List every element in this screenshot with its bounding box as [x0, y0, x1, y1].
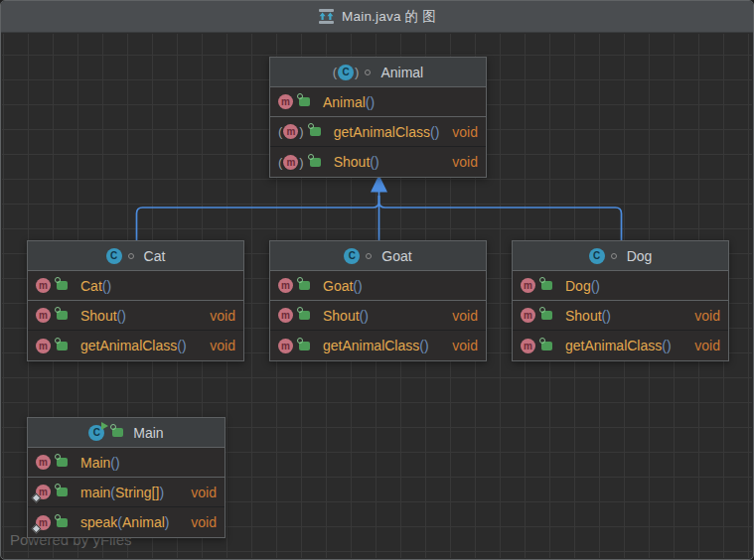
member-row[interactable]: m Shout() void: [270, 301, 486, 331]
diagram-window: Main.java 的 图 Powered by yFiles C Animal…: [0, 0, 754, 560]
public-visibility-icon: [299, 281, 310, 290]
member-signature: Goat(): [323, 278, 363, 294]
member-signature: Shout(): [334, 154, 379, 170]
member-row[interactable]: m Animal(): [270, 87, 486, 117]
static-method-icon: m: [36, 515, 51, 530]
public-visibility-icon: [112, 428, 123, 437]
class-name: Goat: [377, 248, 411, 264]
member-signature: Shout(): [565, 308, 611, 324]
class-name: Cat: [140, 248, 166, 264]
public-visibility-icon: [541, 342, 552, 350]
class-header[interactable]: C Dog: [513, 241, 728, 271]
public-visibility-icon: [541, 281, 552, 290]
member-row[interactable]: m speak(Animal) void: [28, 507, 225, 537]
public-visibility-icon: [57, 281, 68, 290]
member-signature: Shout(): [80, 308, 126, 324]
member-row[interactable]: m main(String[]) void: [28, 478, 225, 507]
return-type: void: [200, 338, 235, 353]
public-visibility-icon: [57, 518, 68, 527]
class-name: Dog: [623, 248, 653, 264]
method-icon: m: [36, 308, 51, 323]
method-icon: m: [278, 94, 293, 109]
method-icon: m: [36, 339, 51, 353]
member-signature: Shout(): [323, 308, 369, 324]
member-signature: Cat(): [80, 278, 111, 294]
public-visibility-icon: [57, 458, 68, 467]
member-row[interactable]: m Shout() void: [28, 301, 243, 331]
diagram-canvas[interactable]: Powered by yFiles C Animal m Animal(): [2, 34, 752, 558]
class-name: Main: [129, 425, 163, 441]
return-type: void: [181, 514, 217, 530]
class-node-cat[interactable]: C Cat m Cat() m Shout() void m getAnimal…: [27, 240, 244, 361]
return-type: void: [442, 308, 478, 324]
visibility-ring-icon: [366, 253, 372, 259]
visibility-ring-icon: [611, 253, 617, 259]
member-row[interactable]: m getAnimalClass() void: [270, 331, 486, 360]
edge-cat-to-animal: [137, 196, 379, 240]
class-icon: C: [106, 248, 122, 264]
member-row[interactable]: m getAnimalClass() void: [270, 117, 486, 147]
class-name: Animal: [377, 65, 423, 80]
member-signature: Main(): [80, 455, 120, 471]
public-visibility-icon: [299, 311, 310, 320]
member-signature: getAnimalClass(): [334, 124, 440, 140]
member-row[interactable]: m Dog(): [513, 271, 728, 301]
class-header[interactable]: C Main: [28, 418, 225, 448]
class-header[interactable]: C Animal: [270, 58, 486, 87]
method-icon: m: [521, 308, 535, 323]
member-row[interactable]: m getAnimalClass() void: [28, 331, 243, 360]
class-node-goat[interactable]: C Goat m Goat() m Shout() void m getAnim…: [269, 240, 487, 361]
method-icon: m: [278, 278, 293, 293]
return-type: void: [181, 485, 217, 500]
member-signature: main(String[]): [80, 485, 164, 500]
method-icon: m: [521, 278, 535, 293]
runnable-class-icon: C: [88, 425, 104, 441]
return-type: void: [684, 308, 720, 324]
class-node-animal[interactable]: C Animal m Animal() m getAnimalClass() v…: [269, 57, 487, 178]
member-row[interactable]: m getAnimalClass() void: [513, 331, 728, 360]
member-row[interactable]: m Cat(): [28, 271, 243, 301]
class-icon: C: [589, 248, 605, 264]
method-icon: m: [278, 339, 293, 353]
static-method-icon: m: [36, 485, 51, 499]
member-signature: getAnimalClass(): [80, 338, 187, 353]
member-signature: getAnimalClass(): [565, 338, 672, 353]
class-node-main[interactable]: C Main m Main() m main(String[]) void m …: [27, 417, 226, 538]
public-visibility-icon: [57, 342, 68, 350]
return-type: void: [442, 124, 478, 140]
class-header[interactable]: C Cat: [28, 241, 243, 271]
return-type: void: [684, 338, 720, 353]
member-signature: Dog(): [565, 278, 600, 294]
method-icon: m: [36, 278, 51, 293]
method-icon: m: [278, 308, 293, 323]
abstract-method-icon: m: [278, 155, 304, 170]
member-signature: speak(Animal): [80, 514, 170, 530]
member-signature: getAnimalClass(): [323, 338, 429, 353]
public-visibility-icon: [541, 311, 552, 320]
public-visibility-icon: [299, 97, 310, 106]
member-row[interactable]: m Main(): [28, 448, 225, 478]
member-row[interactable]: m Goat(): [270, 271, 486, 301]
abstract-class-icon: C: [333, 65, 360, 80]
public-visibility-icon: [310, 158, 321, 167]
class-node-dog[interactable]: C Dog m Dog() m Shout() void m getAnimal…: [512, 240, 729, 361]
public-visibility-icon: [310, 127, 321, 136]
method-icon: m: [521, 339, 535, 353]
public-visibility-icon: [299, 342, 310, 350]
class-header[interactable]: C Goat: [270, 241, 486, 271]
public-visibility-icon: [57, 488, 68, 496]
visibility-ring-icon: [128, 253, 134, 259]
member-row[interactable]: m Shout() void: [513, 301, 728, 331]
public-visibility-icon: [57, 311, 68, 320]
return-type: void: [442, 338, 478, 353]
method-icon: m: [36, 455, 51, 470]
edge-dog-to-animal: [379, 196, 622, 240]
return-type: void: [442, 154, 478, 170]
member-row[interactable]: m Shout() void: [270, 147, 486, 177]
class-icon: C: [344, 248, 360, 264]
visibility-ring-icon: [365, 70, 371, 75]
return-type: void: [200, 308, 235, 324]
abstract-method-icon: m: [278, 124, 304, 139]
member-signature: Animal(): [323, 94, 375, 110]
